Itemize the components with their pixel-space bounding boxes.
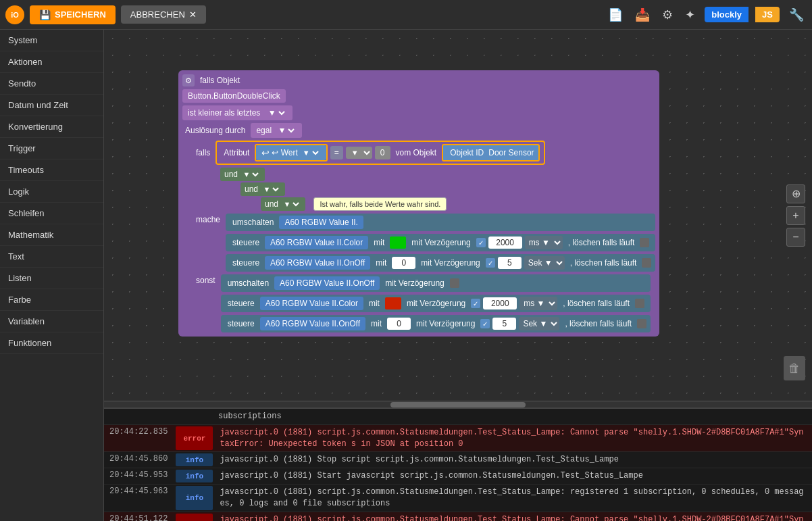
sidebar-item-farbe[interactable]: Farbe (0, 289, 103, 311)
equals-select[interactable]: ▼ (346, 147, 372, 159)
loeschen-checkbox-4[interactable] (637, 319, 646, 328)
sidebar-item-system[interactable]: System (0, 30, 103, 51)
delay-input-4[interactable] (492, 318, 516, 330)
steuere-color-row-1: steuere A60 RGBW Value II.Color mit mit … (226, 234, 655, 251)
color-swatch-red-1[interactable] (385, 297, 401, 309)
a60-pill-1[interactable]: A60 RGBW Value II. (279, 216, 363, 229)
egal-block[interactable]: egal ▼ (251, 123, 302, 138)
delay-input-3[interactable] (483, 297, 517, 309)
equals-block[interactable]: = (330, 146, 343, 159)
checkbox-3[interactable] (450, 278, 459, 288)
falls-header-row: ⚙ falls Objekt (182, 74, 655, 86)
umschalten-row-1: umschalten A60 RGBW Value II. (226, 214, 655, 231)
a60-color-pill-2[interactable]: A60 RGBW Value II.Color (260, 297, 363, 310)
zoom-out-button[interactable]: − (786, 228, 805, 247)
sidebar-item-schleifen[interactable]: Schleifen (0, 203, 103, 224)
log-msg-info-2: javascript.0 (1881) Start javascript scr… (215, 468, 812, 484)
sidebar-item-aktionen[interactable]: Aktionen (0, 51, 103, 73)
und-row-2: und ▼ (240, 182, 655, 196)
log-level-error-2: error (176, 514, 213, 521)
sidebar-item-trigger[interactable]: Trigger (0, 138, 103, 159)
und-block-2[interactable]: und ▼ (240, 182, 285, 196)
a60-onoff-pill-1[interactable]: A60 RGBW Value II.OnOff (265, 256, 370, 270)
delay-input-2[interactable] (498, 257, 522, 269)
ist-kleiner-select[interactable]: ▼ (265, 107, 287, 118)
checkbox-2[interactable]: ✓ (486, 258, 495, 268)
ausloesung-label: Auslösung durch (182, 124, 248, 137)
delay-input-1[interactable] (488, 237, 522, 249)
import-button[interactable]: 📥 (632, 6, 653, 24)
sidebar-item-funktionen[interactable]: Funktionen (0, 332, 103, 354)
scrollbar-thumb[interactable] (390, 402, 526, 407)
falls-outer-block: ⚙ falls Objekt Button.ButtonDoubleClick … (178, 70, 659, 337)
a60-pill-2[interactable]: A60 RGBW Value II.OnOff (274, 276, 380, 290)
sidebar-item-mathematik[interactable]: Mathematik (0, 224, 103, 246)
egal-select[interactable]: ▼ (275, 125, 297, 136)
falls-inner-row: falls Attribut ↩ ↩ Wert ▼ (193, 141, 655, 165)
button-double-click[interactable]: Button.ButtonDoubleClick (182, 89, 286, 103)
und-block-3[interactable]: und ▼ (261, 197, 305, 211)
checkbox-5[interactable]: ✓ (480, 319, 490, 328)
zoom-in-button[interactable]: + (786, 206, 805, 225)
trash-button[interactable]: 🗑 (784, 356, 805, 380)
falls-gear-icon[interactable]: ⚙ (182, 74, 195, 86)
ist-kleiner-block[interactable]: ist kleiner als letztes ▼ (182, 105, 293, 120)
scrollbar-area[interactable] (104, 401, 812, 407)
save-button[interactable]: 💾 SPEICHERN (30, 5, 116, 24)
sidebar-item-timeouts[interactable]: Timeouts (0, 159, 103, 181)
sidebar-item-sendto[interactable]: Sendto (0, 73, 103, 95)
wrench-button[interactable]: 🔧 (786, 6, 807, 24)
magic-button[interactable]: ✦ (682, 6, 698, 24)
sidebar: System Aktionen Sendto Datum und Zeit Ko… (0, 30, 104, 521)
sidebar-item-variablen[interactable]: Variablen (0, 311, 103, 332)
und-select-1[interactable]: ▼ (240, 170, 261, 179)
mit-label-4: mit (368, 318, 384, 330)
wert-block[interactable]: ↩ ↩ Wert ▼ (256, 145, 326, 160)
fit-screen-button[interactable]: ⊕ (786, 184, 805, 203)
new-file-button[interactable]: 📄 (605, 6, 626, 24)
sidebar-item-text[interactable]: Text (0, 246, 103, 268)
canvas-area: ⚙ falls Objekt Button.ButtonDoubleClick … (104, 30, 812, 521)
loeschen-checkbox-2[interactable] (642, 258, 651, 268)
ms-select-1[interactable]: ms ▼ (525, 236, 563, 249)
ms-select-2[interactable]: ms ▼ (519, 297, 557, 310)
sek-select-1[interactable]: Sek ▼ (524, 256, 565, 270)
und-select-3[interactable]: ▼ (280, 199, 301, 209)
zero-block[interactable]: 0 (375, 146, 390, 159)
settings-button[interactable]: ⚙ (659, 6, 676, 24)
checkbox-1[interactable]: ✓ (476, 238, 486, 247)
sidebar-item-logik[interactable]: Logik (0, 181, 103, 203)
wert-select[interactable]: ▼ (300, 148, 321, 157)
sonst-content: umschalten A60 RGBW Value II.OnOff mit V… (221, 274, 651, 332)
blockly-canvas[interactable]: ⚙ falls Objekt Button.ButtonDoubleClick … (104, 30, 812, 401)
und-select-2[interactable]: ▼ (260, 184, 281, 194)
mit-verz-label-1: mit Verzögerung (409, 237, 473, 249)
loeschen-checkbox-3[interactable] (635, 299, 644, 308)
sidebar-item-datum[interactable]: Datum und Zeit (0, 95, 103, 116)
objekt-id-block[interactable]: Objekt ID Door Sensor (442, 144, 539, 162)
tab-blockly[interactable]: blockly (705, 7, 748, 22)
log-row: subscriptions (104, 409, 812, 425)
tab-js[interactable]: JS (755, 7, 780, 22)
sidebar-item-listen[interactable]: Listen (0, 268, 103, 289)
a60-color-pill-1[interactable]: A60 RGBW Value II.Color (265, 236, 368, 249)
steuere-label-4: steuere (225, 318, 257, 330)
checkbox-4[interactable]: ✓ (471, 299, 480, 308)
und-row-1: und ▼ (220, 168, 655, 181)
cancel-button[interactable]: ABBRECHEN ✕ (121, 5, 206, 24)
attribut-block: Attribut ↩ ↩ Wert ▼ = (215, 141, 544, 165)
sidebar-item-konvertierung[interactable]: Konvertierung (0, 116, 103, 138)
a60-onoff-pill-2[interactable]: A60 RGBW Value II.OnOff (260, 317, 365, 330)
wert-container: ↩ ↩ Wert ▼ (255, 144, 327, 162)
arrow-icon: ↩ (261, 147, 270, 158)
topbar: iO 💾 SPEICHERN ABBRECHEN ✕ 📄 📥 ⚙ ✦ block… (0, 0, 812, 30)
val-input-1[interactable] (392, 257, 415, 269)
log-row-error-1: 20:44:22.835 error javascript.0 (1881) s… (104, 425, 812, 453)
loeschen-checkbox-1[interactable] (640, 238, 649, 247)
und-block-1[interactable]: und ▼ (220, 168, 265, 181)
mit-verz-label-5: mit Verzögerung (413, 318, 478, 330)
val-input-2[interactable] (387, 318, 411, 330)
color-swatch-green-1[interactable] (390, 237, 406, 249)
sek-select-2[interactable]: Sek ▼ (519, 317, 559, 330)
attribut-label: Attribut (221, 147, 252, 159)
